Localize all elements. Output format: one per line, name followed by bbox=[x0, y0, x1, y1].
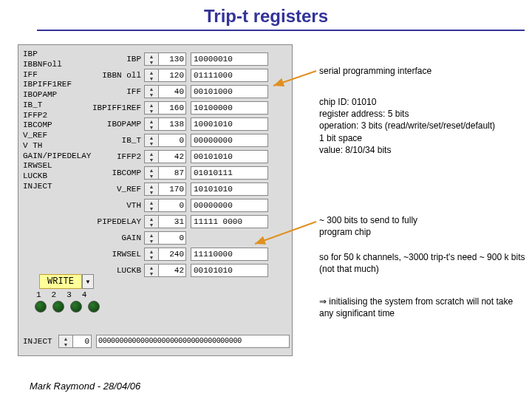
register-value[interactable]: 42 bbox=[159, 264, 186, 277]
spinner-up-icon: ▲ bbox=[145, 134, 158, 140]
spinner-down-icon: ▼ bbox=[145, 238, 158, 244]
spinner-up-icon: ▲ bbox=[145, 232, 158, 238]
slide-footer: Mark Raymond - 28/04/06 bbox=[30, 381, 140, 392]
register-row: IFFP2▲▼4200101010 bbox=[92, 149, 268, 165]
register-value[interactable]: 120 bbox=[159, 69, 186, 82]
implies-icon: ⇒ bbox=[319, 296, 329, 307]
register-label: PIPEDELAY bbox=[92, 217, 144, 226]
spinner-up-icon: ▲ bbox=[145, 248, 158, 254]
register-label: LUCKB bbox=[92, 266, 144, 275]
register-bits: 01010111 bbox=[191, 166, 268, 180]
spinner-up-icon: ▲ bbox=[145, 151, 158, 157]
sidebar-item: IBOPAMP bbox=[23, 90, 92, 100]
register-spinner[interactable]: ▲▼ bbox=[144, 166, 159, 180]
register-value[interactable]: 130 bbox=[159, 52, 186, 66]
channel-label: 4 bbox=[82, 290, 87, 299]
spinner-up-icon: ▲ bbox=[145, 86, 158, 92]
register-row: IBBN oll▲▼12001111000 bbox=[92, 67, 268, 83]
register-spinner[interactable]: ▲▼ bbox=[144, 117, 159, 131]
spinner-down-icon: ▼ bbox=[145, 140, 158, 146]
register-bits: 10101010 bbox=[191, 183, 268, 196]
register-value[interactable]: 240 bbox=[159, 248, 186, 261]
annot-serial-if: serial programming interface bbox=[319, 65, 432, 77]
register-rows: IBP▲▼13010000010IBBN oll▲▼12001111000IFF… bbox=[92, 51, 268, 279]
register-value[interactable]: 40 bbox=[159, 85, 186, 98]
spinner-down-icon: ▼ bbox=[145, 254, 158, 260]
register-row: IBCOMP▲▼8701010111 bbox=[92, 165, 268, 181]
register-bits: 01111000 bbox=[191, 69, 268, 82]
channel-label: 1 bbox=[36, 290, 41, 299]
inject-bits: 0000000000000000000000000000000000 bbox=[96, 335, 290, 348]
sidebar-item: LUCKB bbox=[23, 171, 92, 182]
write-dropdown[interactable]: ▼ bbox=[82, 274, 94, 289]
inject-value[interactable]: 0 bbox=[73, 335, 92, 348]
register-bits: 00000000 bbox=[191, 134, 268, 147]
channel-labels: 1234 bbox=[36, 290, 86, 299]
register-spinner[interactable]: ▲▼ bbox=[144, 183, 159, 196]
register-spinner[interactable]: ▲▼ bbox=[144, 199, 159, 212]
annot-50k: so for 50 k channels, ~3000 trip-t's nee… bbox=[319, 251, 526, 275]
sidebar-item: IBCOMP bbox=[23, 120, 92, 131]
spinner-up-icon: ▲ bbox=[59, 335, 72, 341]
led-3 bbox=[70, 301, 82, 313]
register-spinner[interactable]: ▲▼ bbox=[144, 134, 159, 147]
register-label: IFF bbox=[92, 87, 144, 96]
spinner-up-icon: ▲ bbox=[145, 69, 158, 75]
channel-label: 3 bbox=[66, 290, 72, 299]
register-value[interactable]: 138 bbox=[159, 117, 186, 131]
sidebar-item: IBPIFF1REF bbox=[23, 80, 92, 90]
spinner-down-icon: ▼ bbox=[145, 108, 158, 114]
spinner-down-icon: ▼ bbox=[145, 92, 158, 98]
register-value[interactable]: 0 bbox=[159, 199, 186, 212]
inject-row: INJECT ▲▼ 0 0000000000000000000000000000… bbox=[23, 335, 290, 348]
spinner-down-icon: ▼ bbox=[145, 189, 158, 195]
register-value[interactable]: 160 bbox=[159, 101, 186, 115]
register-row: IBP▲▼13010000010 bbox=[92, 51, 268, 67]
register-name-list: IBPIBBNFollIFFIBPIFF1REFIBOPAMPIB_TIFFP2… bbox=[23, 50, 92, 192]
sidebar-item: IBP bbox=[23, 50, 92, 60]
register-spinner[interactable]: ▲▼ bbox=[144, 101, 159, 115]
spinner-up-icon: ▲ bbox=[145, 102, 158, 108]
inject-label: INJECT bbox=[23, 337, 58, 346]
register-value[interactable]: 170 bbox=[159, 183, 186, 196]
register-value[interactable]: 0 bbox=[159, 231, 186, 245]
register-bits: 11111 0000 bbox=[191, 215, 268, 228]
register-value[interactable]: 42 bbox=[159, 150, 186, 163]
register-spinner[interactable]: ▲▼ bbox=[144, 52, 159, 66]
sidebar-item: GAIN/PIPEDELAY bbox=[23, 151, 92, 162]
register-spinner[interactable]: ▲▼ bbox=[144, 69, 159, 82]
register-row: VTH▲▼000000000 bbox=[92, 197, 268, 214]
write-button[interactable]: WRITE bbox=[39, 274, 82, 289]
register-spinner[interactable]: ▲▼ bbox=[144, 231, 159, 245]
register-label: GAIN bbox=[92, 233, 144, 242]
sidebar-item: IFFP2 bbox=[23, 111, 92, 121]
register-value[interactable]: 0 bbox=[159, 134, 186, 147]
register-spinner[interactable]: ▲▼ bbox=[144, 85, 159, 98]
inject-spinner[interactable]: ▲▼ bbox=[58, 335, 73, 348]
spinner-up-icon: ▲ bbox=[145, 216, 158, 222]
annot-300bits: ~ 300 bits to send to fully program chip bbox=[319, 214, 417, 238]
register-spinner[interactable]: ▲▼ bbox=[144, 264, 159, 277]
register-bits: 10001010 bbox=[191, 117, 268, 131]
register-value[interactable]: 31 bbox=[159, 215, 186, 228]
register-value[interactable]: 87 bbox=[159, 166, 186, 180]
register-row: PIPEDELAY▲▼3111111 0000 bbox=[92, 214, 268, 230]
sidebar-item: IBBNFoll bbox=[23, 60, 92, 70]
register-row: V_REF▲▼17010101010 bbox=[92, 181, 268, 197]
register-bits: 10100000 bbox=[191, 101, 268, 115]
register-row: IBPIFF1REF▲▼16010100000 bbox=[92, 100, 268, 116]
spinner-down-icon: ▼ bbox=[145, 124, 158, 130]
register-spinner[interactable]: ▲▼ bbox=[144, 248, 159, 261]
channel-label: 2 bbox=[52, 290, 57, 299]
register-label: VTH bbox=[92, 201, 144, 210]
register-label: IBCOMP bbox=[92, 168, 144, 177]
register-label: IBPIFF1REF bbox=[92, 103, 144, 112]
register-panel: IBPIBBNFollIFFIBPIFF1REFIBOPAMPIB_TIFFP2… bbox=[18, 44, 293, 356]
sidebar-item: INJECT bbox=[23, 182, 92, 192]
led-4 bbox=[88, 301, 100, 313]
sidebar-item: V TH bbox=[23, 141, 92, 151]
register-spinner[interactable]: ▲▼ bbox=[144, 215, 159, 228]
register-spinner[interactable]: ▲▼ bbox=[144, 150, 159, 163]
register-row: GAIN▲▼0 bbox=[92, 230, 268, 246]
spinner-down-icon: ▼ bbox=[145, 157, 158, 163]
